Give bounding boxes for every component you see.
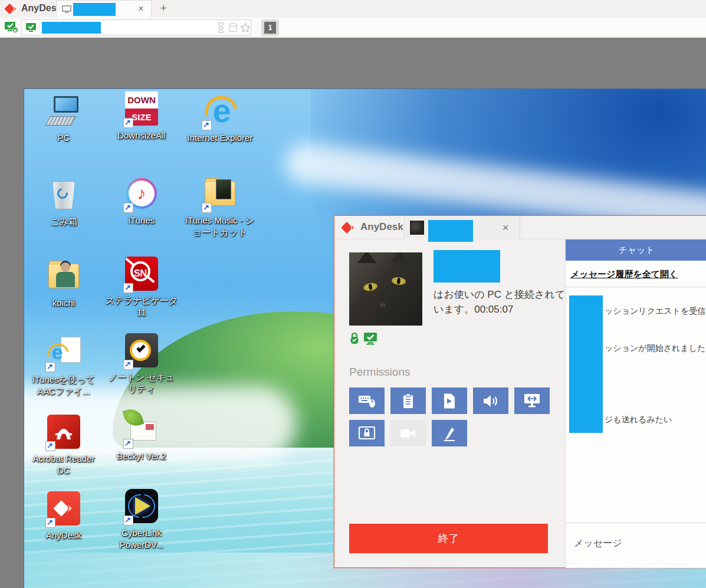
becky-icon — [123, 412, 160, 449]
powerdvd-icon — [123, 489, 160, 525]
hourglass-icon — [216, 22, 225, 33]
keyboard-mouse-icon — [358, 393, 376, 409]
desktop-icon-powerdvd[interactable]: CyberLink PowerDV... — [105, 489, 178, 550]
desktop-icon-anydesk[interactable]: AnyDesk — [27, 491, 100, 541]
open-message-history-link[interactable]: メッセージ履歴を全て開く — [570, 269, 678, 280]
secure-connection-icon — [4, 21, 18, 34]
pc-icon — [54, 96, 78, 113]
chat-message: ジも送れるみたい — [605, 415, 672, 425]
pen-icon — [442, 426, 457, 441]
favorite-star-icon[interactable] — [240, 22, 251, 33]
desktop-icon-norton[interactable]: ノートン セキュリティ — [105, 333, 178, 395]
redacted-peer-name — [428, 220, 473, 242]
desktop-icon-itunes-aac[interactable]: e iTunesを使ってAACファイ... — [27, 336, 100, 397]
recycle-bin-icon — [45, 178, 82, 214]
divider — [566, 523, 706, 523]
chat-message-input[interactable]: メッセージ — [574, 537, 622, 550]
remote-desktop: PC DOWN SIZE DownsizeAll e Internet Expl… — [24, 88, 706, 588]
chat-message: ッションが開始されました — [605, 343, 705, 354]
permission-clipboard-button[interactable] — [390, 387, 426, 414]
app-toolbar: 1 — [0, 18, 706, 37]
connection-verified-icon — [363, 332, 377, 345]
remote-desk-status-icon — [25, 22, 37, 33]
chat-message: ッションリクエストを受信しまし — [605, 306, 706, 317]
document-ie-icon: e — [45, 336, 82, 372]
permission-resize-display-button[interactable] — [514, 387, 550, 414]
music-folder-icon — [202, 176, 238, 213]
permission-input-control-button[interactable] — [349, 387, 385, 414]
internet-explorer-icon: e — [202, 94, 238, 130]
redacted-remote-address — [42, 22, 101, 34]
peer-avatar-thumbnail — [410, 221, 424, 235]
acrobat-icon — [45, 415, 82, 451]
remote-view-background: PC DOWN SIZE DownsizeAll e Internet Expl… — [0, 38, 706, 588]
shortcut-arrow-icon — [45, 518, 55, 528]
session-tab[interactable]: × — [56, 0, 152, 18]
database-icon — [228, 22, 238, 33]
redacted-peer-name-large — [434, 250, 500, 282]
shortcut-arrow-icon — [123, 515, 133, 525]
desktop-icon-downsizeall[interactable]: DOWN SIZE DownsizeAll — [105, 91, 178, 142]
chat-panel: チャット メッセージ履歴を全て開く ッションリクエストを受信しまし ッションが開… — [566, 239, 706, 568]
shortcut-arrow-icon — [202, 203, 212, 213]
display-resize-icon — [523, 393, 541, 409]
permission-whiteboard-button[interactable] — [432, 420, 467, 446]
session-peer-tab[interactable]: × — [404, 216, 520, 239]
redacted-tab-name — [73, 3, 116, 16]
tab-close-button[interactable]: × — [136, 4, 146, 14]
divider — [566, 287, 706, 287]
desktop-icon-koichi[interactable]: koichi — [27, 259, 100, 309]
desktop-icon-itunes-music[interactable]: iTunes Music - ショートカット — [183, 176, 257, 238]
shortcut-arrow-icon — [45, 441, 55, 451]
anydesk-desktop-icon — [45, 491, 82, 528]
permission-audio-button[interactable] — [473, 387, 508, 414]
desktop-icon-stella-navigator[interactable]: SN ステラナビゲータ11 — [105, 257, 178, 318]
anydesk-session-window: AnyDesk × はお使いの PC と接続されています。00:05:07 — [334, 215, 706, 568]
video-camera-icon — [399, 427, 417, 440]
speaker-icon — [482, 393, 499, 409]
anydesk-app-window: AnyDesk × + — [0, 0, 706, 588]
permissions-heading: Permissions — [349, 366, 410, 379]
desktop-icon-recycle-bin[interactable]: ごみ箱 — [27, 178, 100, 228]
desktop-icon-pc[interactable]: PC — [27, 94, 100, 144]
shortcut-arrow-icon — [123, 360, 133, 370]
norton-icon — [123, 333, 160, 370]
session-titlebar: AnyDesk × — [334, 216, 706, 239]
shortcut-arrow-icon — [123, 118, 133, 128]
desktop-icon-itunes[interactable]: ♪ iTunes — [105, 176, 178, 226]
itunes-icon: ♪ — [123, 176, 160, 213]
shortcut-arrow-icon — [123, 203, 133, 213]
session-close-button[interactable]: × — [500, 222, 511, 234]
end-session-button[interactable]: 終了 — [349, 524, 548, 553]
user-folder-icon — [45, 259, 82, 295]
anydesk-logo-icon — [5, 3, 18, 15]
app-titlebar: AnyDesk × + — [0, 0, 706, 18]
divider — [40, 22, 40, 33]
peer-avatar-image — [349, 252, 422, 326]
shortcut-arrow-icon — [123, 283, 133, 293]
chat-header: チャット — [566, 239, 706, 261]
shortcut-arrow-icon — [123, 439, 133, 449]
lock-screen-icon — [358, 426, 376, 441]
permission-lock-screen-button[interactable] — [349, 420, 385, 446]
permission-file-transfer-button[interactable] — [432, 387, 467, 414]
shortcut-arrow-icon — [202, 120, 212, 130]
permission-record-button[interactable] — [390, 420, 426, 446]
desktop-icon-internet-explorer[interactable]: e Internet Explorer — [183, 94, 257, 144]
session-window-title: AnyDesk — [360, 221, 403, 233]
monitor-1-button[interactable]: 1 — [261, 19, 279, 36]
monitor-1-label: 1 — [264, 22, 276, 34]
clipboard-icon — [401, 393, 415, 409]
desktop-icon-becky[interactable]: Becky! Ver.2 — [105, 412, 178, 462]
file-transfer-icon — [442, 393, 457, 409]
desktop-icon-acrobat[interactable]: Acrobat Reader DC — [27, 415, 100, 476]
shortcut-arrow-icon — [45, 362, 55, 372]
session-status-text: はお使いの PC と接続されています。00:05:07 — [434, 288, 570, 317]
stella-navigator-icon: SN — [123, 257, 160, 293]
encryption-lock-icon — [349, 332, 360, 345]
downsizeall-icon: DOWN SIZE — [123, 91, 160, 128]
new-tab-button[interactable]: + — [157, 2, 170, 15]
address-bar[interactable] — [21, 19, 251, 35]
anydesk-logo-icon — [341, 221, 356, 234]
redacted-chat-names — [569, 295, 603, 433]
